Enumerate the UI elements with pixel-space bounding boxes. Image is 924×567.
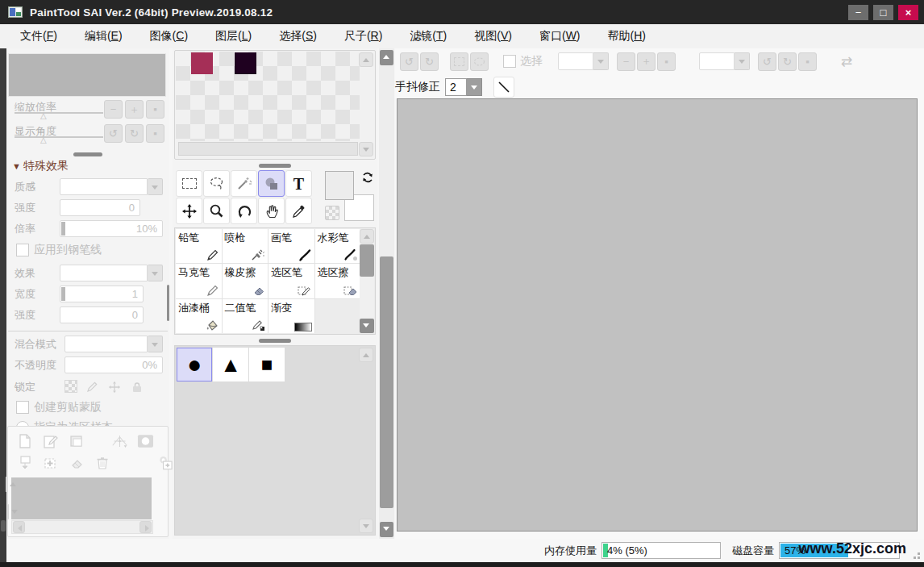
shape-scroll-down-button[interactable] [359,519,373,533]
dropdown-arrow-icon[interactable] [148,178,163,195]
brush-item[interactable]: 马克笔 [176,264,222,298]
zoom-reset-button[interactable]: ▪ [657,52,676,71]
lock-alpha-icon[interactable] [65,380,77,393]
invert-selection-button[interactable] [470,52,489,71]
menu-window[interactable]: 窗口(W) [526,29,594,44]
lock-padlock-icon[interactable] [129,380,145,394]
nav-rotate-ccw-button[interactable]: ↺ [104,124,123,143]
effect-strength-field[interactable]: 0 [60,306,144,323]
menu-image[interactable]: 图像(C) [136,29,202,44]
color-swatch[interactable] [235,52,256,74]
menu-ruler[interactable]: 尺子(R) [331,29,396,44]
scroll-up-button[interactable] [380,50,393,65]
special-effects-header[interactable]: ▼特殊效果 [12,159,169,173]
brush-item[interactable]: 画笔 [268,229,314,263]
brush-item[interactable]: 水彩笔 [315,229,361,263]
magic-wand-tool[interactable] [231,170,257,197]
primary-color-swatch[interactable] [325,171,354,200]
dropdown-arrow-icon[interactable] [735,52,750,70]
line-mode-button[interactable] [493,77,514,98]
shape-triangle-option[interactable]: ▲ [213,348,248,381]
stabilizer-value[interactable]: 2 [445,78,467,96]
zoom-slider[interactable] [15,112,103,114]
nav-zoom-out-button[interactable]: − [104,100,123,119]
clear-layer-icon[interactable] [68,454,85,471]
layer-mask-icon[interactable] [137,432,154,449]
menu-view[interactable]: 视图(V) [460,29,526,44]
eyedropper-tool[interactable] [285,198,312,224]
effect-dropdown[interactable] [60,265,163,281]
rotate-tool[interactable] [231,198,257,224]
panel-splitter-handle[interactable] [73,152,102,156]
zoom-tool[interactable] [203,198,230,224]
layer-scroll-left-button[interactable] [13,521,25,533]
angle-slider[interactable] [15,136,103,138]
brush-scroll-thumb[interactable] [360,244,374,277]
text-tool[interactable]: T [285,170,312,197]
layer-scroll-right-button[interactable] [139,521,152,533]
main-vertical-scrollbar[interactable] [379,48,394,539]
canvas[interactable] [397,98,918,532]
shape-circle-option[interactable]: ● [177,348,212,381]
dropdown-arrow-icon[interactable] [148,336,163,352]
new-pen-layer-icon[interactable] [42,432,59,449]
brush-item[interactable]: 油漆桶 [176,299,222,333]
zoom-in-button[interactable]: ＋ [637,52,656,71]
navigator-preview[interactable] [8,53,166,97]
resize-grip[interactable] [911,550,920,559]
layer-horizontal-scrollbar[interactable] [11,520,153,534]
minimize-button[interactable]: − [848,5,868,20]
brush-scroll-up-button[interactable] [360,229,374,244]
clipping-mask-checkbox[interactable] [16,401,29,414]
zoom-preset-dropdown[interactable] [558,52,609,70]
undo-button[interactable]: ↺ [400,52,418,71]
brush-scroll-down-button[interactable] [360,319,374,333]
brush-item[interactable]: 橡皮擦 [223,264,268,298]
lock-pencil-icon[interactable] [84,380,100,394]
panel-collapse-handle[interactable] [1,520,6,532]
texture-strength-field[interactable]: 0 [60,199,140,216]
left-panel-scroll-indicator[interactable] [167,285,169,321]
scroll-thumb[interactable] [380,256,393,508]
swap-colors-icon[interactable] [360,170,375,185]
dropdown-arrow-icon[interactable] [148,265,163,281]
flip-view-icon[interactable]: ⇄ [841,53,852,70]
nav-zoom-reset-button[interactable]: ▪ [146,100,164,119]
hand-tool[interactable] [258,198,285,224]
menu-help[interactable]: 帮助(H) [594,29,660,44]
rotate-cw-button[interactable]: ↻ [778,52,797,71]
menu-filter[interactable]: 滤镜(T) [396,29,460,44]
swatch-scroll-up-button[interactable] [359,52,373,67]
opacity-field[interactable]: 0% [65,356,163,373]
nav-zoom-in-button[interactable]: ＋ [125,100,144,119]
new-layer-icon[interactable] [16,432,33,449]
shape-scroll-up-button[interactable] [359,348,373,362]
shape-square-option[interactable]: ■ [249,348,285,381]
menu-layer[interactable]: 图层(L) [202,29,265,44]
stabilizer-dropdown[interactable]: 2 [445,78,482,96]
delete-layer-icon[interactable] [94,454,110,471]
menu-edit[interactable]: 编辑(E) [71,29,136,44]
panel-splitter-handle[interactable] [259,339,291,343]
swatch-bottom-bar[interactable] [178,142,358,156]
layer-scroll-up-button[interactable] [6,477,7,492]
dropdown-arrow-icon[interactable] [467,78,482,96]
swatch-grid[interactable] [176,52,360,141]
zoom-out-button[interactable]: − [617,52,635,71]
scale-field[interactable]: 10% [60,220,163,237]
redo-button[interactable]: ↻ [420,52,439,71]
brush-item[interactable]: 渐变 [268,299,314,333]
blend-mode-dropdown[interactable] [65,336,163,352]
brush-scrollbar[interactable] [360,229,374,333]
layer-scroll-down-button[interactable] [7,504,9,519]
copy-layer-icon[interactable] [156,454,173,471]
brush-item[interactable]: 喷枪 [223,229,268,263]
shape-tool[interactable] [258,170,285,197]
perspective-ruler-icon[interactable] [111,432,128,449]
lasso-tool[interactable] [203,170,230,197]
deselect-button[interactable] [450,52,468,71]
panel-splitter-handle[interactable] [259,164,291,168]
rect-select-tool[interactable] [176,170,202,197]
selection-visibility-checkbox[interactable] [503,55,516,68]
color-swatch[interactable] [191,52,213,74]
